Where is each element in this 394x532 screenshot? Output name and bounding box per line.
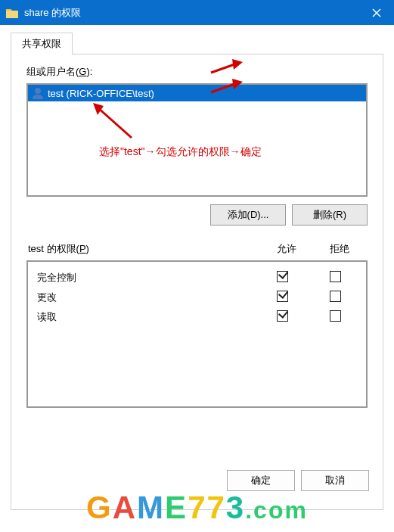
annotation-arrow-icon [90, 101, 135, 143]
col-allow: 允许 [260, 242, 313, 256]
dialog-content: 共享权限 组或用户名(G): test (RICK-OFFICE\test) 选… [0, 25, 394, 510]
permission-label: 完全控制 [33, 271, 256, 285]
tab-panel: 组或用户名(G): test (RICK-OFFICE\test) 选择"tes… [11, 54, 383, 510]
allow-checkbox[interactable] [277, 310, 288, 322]
groups-label: 组或用户名(G): [26, 65, 368, 79]
add-button[interactable]: 添加(D)... [210, 204, 286, 226]
svg-marker-4 [93, 103, 104, 115]
allow-checkbox[interactable] [277, 271, 288, 282]
permissions-header: test 的权限(P) 允许 拒绝 [26, 242, 368, 256]
remove-button[interactable]: 删除(R) [292, 204, 368, 226]
dialog-button-row: 确定 取消 [227, 470, 369, 491]
tab-share-permissions[interactable]: 共享权限 [11, 33, 73, 54]
list-item[interactable]: test (RICK-OFFICE\test) [28, 85, 366, 101]
ok-button[interactable]: 确定 [227, 470, 295, 491]
annotation-text: 选择"test"→勾选允许的权限→确定 [99, 145, 262, 159]
deny-checkbox[interactable] [330, 291, 341, 302]
col-deny: 拒绝 [313, 242, 366, 256]
permissions-listbox: 完全控制更改读取 [26, 260, 368, 408]
title-bar: share 的权限 [0, 0, 394, 25]
allow-checkbox[interactable] [277, 291, 288, 302]
list-item-label: test (RICK-OFFICE\test) [48, 88, 154, 99]
window-title: share 的权限 [24, 6, 359, 20]
svg-line-3 [98, 107, 132, 138]
permission-row: 读取 [33, 307, 361, 327]
svg-point-2 [35, 88, 41, 94]
permission-row: 更改 [33, 288, 361, 307]
permission-label: 读取 [33, 310, 256, 324]
watermark: GAME773.com [0, 490, 394, 526]
permission-row: 完全控制 [33, 268, 361, 288]
deny-checkbox[interactable] [330, 310, 341, 322]
cancel-button[interactable]: 取消 [301, 470, 369, 491]
folder-icon [6, 8, 18, 18]
permissions-label: test 的权限(P) [28, 242, 260, 256]
permission-label: 更改 [33, 291, 256, 304]
list-button-row: 添加(D)... 删除(R) [26, 204, 368, 226]
tab-strip: 共享权限 [11, 33, 383, 54]
users-listbox[interactable]: test (RICK-OFFICE\test) 选择"test"→勾选允许的权限… [26, 83, 368, 197]
deny-checkbox[interactable] [330, 271, 341, 282]
close-button[interactable] [359, 0, 394, 25]
user-icon [31, 86, 45, 100]
